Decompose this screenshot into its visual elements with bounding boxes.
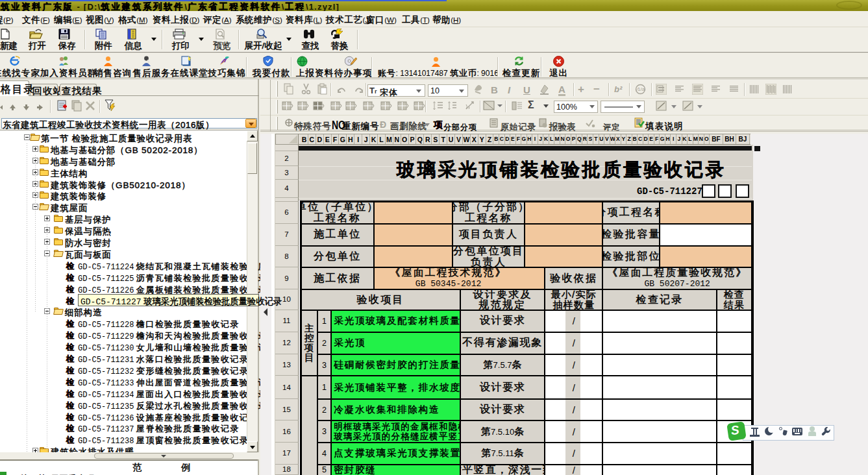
svg-text:1/a: 1/a (638, 86, 645, 92)
